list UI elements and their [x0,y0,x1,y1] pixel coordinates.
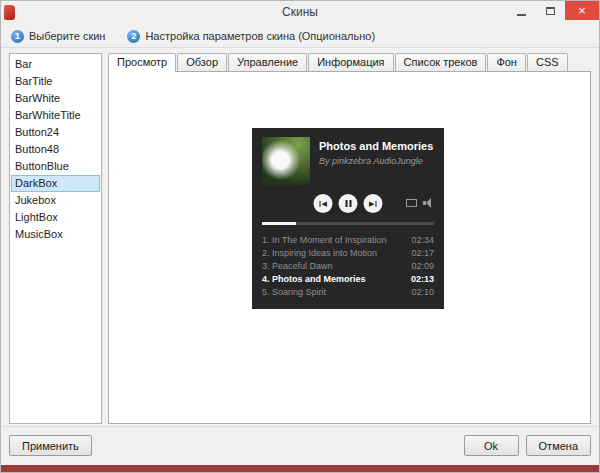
tab-controls[interactable]: Управление [228,53,307,71]
transport-buttons: ◀ ▶ [314,194,383,213]
skin-item-barwhite[interactable]: BarWhite [11,90,100,107]
player-controls: ◀ ▶ [262,194,434,214]
apply-button[interactable]: Применить [9,435,92,456]
audio-player-widget: Photos and Memories By pinkzebra AudioJu… [252,128,444,309]
track-list: 1. In The Moment of Inspiration 02:34 2.… [262,234,434,299]
fullscreen-icon[interactable] [406,199,417,207]
skin-item-darkbox[interactable]: DarkBox [11,175,100,192]
track-label: 5. Soaring Spirit [262,286,326,299]
step-2-label: Настройка параметров скина (Опционально) [145,30,375,42]
track-time: 02:34 [411,234,434,247]
tab-bar: Просмотр Обзор Управление Информация Спи… [108,53,591,71]
track-row[interactable]: 1. In The Moment of Inspiration 02:34 [262,234,434,247]
pause-icon [345,200,351,207]
close-button[interactable]: × [565,1,599,20]
next-button[interactable]: ▶ [364,194,383,213]
pause-button[interactable] [339,194,358,213]
bottom-red-strip [1,465,599,472]
track-label: 3. Peaceful Dawn [262,260,333,273]
step-1-label: Выберите скин [29,30,105,42]
tab-track-list[interactable]: Список треков [395,53,487,71]
previous-icon: ◀ [319,200,327,207]
track-label: 4. Photos and Memories [262,273,366,286]
ok-button[interactable]: Ok [464,435,519,456]
skin-item-button48[interactable]: Button48 [11,141,100,158]
minimize-button[interactable] [507,1,536,20]
track-row[interactable]: 3. Peaceful Dawn 02:09 [262,260,434,273]
track-time: 02:10 [411,286,434,299]
step-2-icon: 2 [127,30,140,43]
player-track-author: By pinkzebra AudioJungle [319,156,433,166]
track-time: 02:09 [411,260,434,273]
tab-css[interactable]: CSS [527,53,568,71]
minimize-icon [517,14,526,16]
tab-information[interactable]: Информация [308,53,393,71]
skin-item-musicbox[interactable]: MusicBox [11,226,100,243]
preview-area: Photos and Memories By pinkzebra AudioJu… [108,71,591,424]
skin-item-jukebox[interactable]: Jukebox [11,192,100,209]
window-controls: × [507,1,599,20]
skin-item-buttonblue[interactable]: ButtonBlue [11,158,100,175]
footer-bar: Применить Ok Отмена [1,426,599,465]
skin-item-bar[interactable]: Bar [11,56,100,73]
skin-list: Bar BarTitle BarWhite BarWhiteTitle Butt… [9,53,102,424]
step-2-skin-settings: 2 Настройка параметров скина (Опциональн… [127,30,375,43]
next-icon: ▶ [369,200,377,207]
player-header: Photos and Memories By pinkzebra AudioJu… [262,137,434,185]
progress-fill [262,222,296,225]
track-label: 1. In The Moment of Inspiration [262,234,386,247]
secondary-controls [406,198,434,208]
track-time: 02:17 [411,247,434,260]
track-label: 2. Inspiring Ideas into Motion [262,247,377,260]
track-row[interactable]: 2. Inspiring Ideas into Motion 02:17 [262,247,434,260]
cancel-button[interactable]: Отмена [526,435,591,456]
maximize-icon [546,7,555,15]
skin-item-lightbox[interactable]: LightBox [11,209,100,226]
track-row-active[interactable]: 4. Photos and Memories 02:13 [262,273,434,286]
previous-button[interactable]: ◀ [314,194,333,213]
progress-bar[interactable] [262,222,434,225]
skin-item-bartitle[interactable]: BarTitle [11,73,100,90]
tab-background[interactable]: Фон [487,53,526,71]
step-1-icon: 1 [11,30,24,43]
footer-right-buttons: Ok Отмена [464,435,591,456]
tab-preview[interactable]: Просмотр [108,53,176,72]
titlebar: Скины × [1,1,599,25]
skins-window: Скины × 1 Выберите скин 2 Настройка пара… [0,0,600,473]
album-art [262,137,310,185]
skin-item-button24[interactable]: Button24 [11,124,100,141]
maximize-button[interactable] [536,1,565,20]
volume-icon[interactable] [423,198,434,208]
steps-toolbar: 1 Выберите скин 2 Настройка параметров с… [1,25,599,48]
skin-settings-panel: Просмотр Обзор Управление Информация Спи… [108,53,591,424]
player-track-title: Photos and Memories [319,140,433,152]
tab-overview[interactable]: Обзор [177,53,227,71]
step-1-choose-skin: 1 Выберите скин [11,30,105,43]
track-row[interactable]: 5. Soaring Spirit 02:10 [262,286,434,299]
track-time: 02:13 [411,273,434,286]
player-meta: Photos and Memories By pinkzebra AudioJu… [319,137,433,185]
skin-item-barwhitetitle[interactable]: BarWhiteTitle [11,107,100,124]
